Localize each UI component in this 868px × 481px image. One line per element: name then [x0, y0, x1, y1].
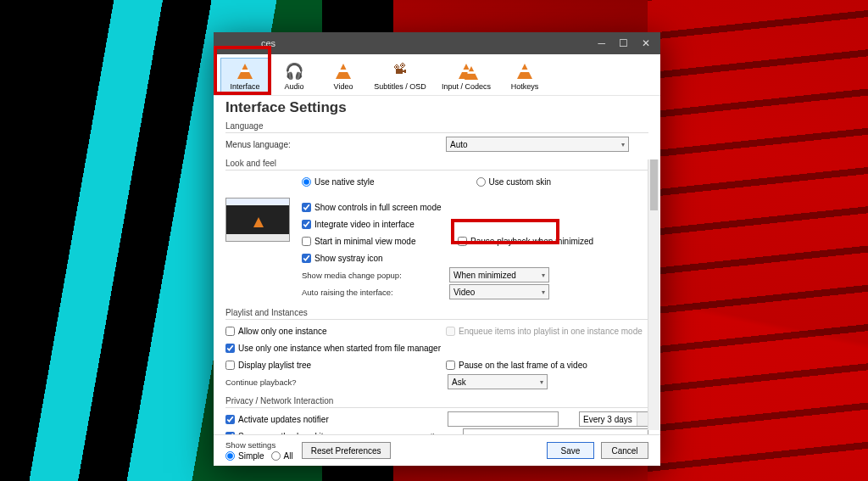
checkbox-playlist-tree[interactable]: Display playlist tree	[225, 361, 420, 370]
tab-subtitles[interactable]: 📽 Subtitles / OSD	[368, 58, 432, 93]
group-language: Language	[225, 120, 648, 133]
checkbox-systray[interactable]: Show systray icon	[302, 254, 383, 263]
cancel-button[interactable]: Cancel	[601, 442, 648, 459]
tab-hotkeys[interactable]: Hotkeys	[500, 58, 549, 93]
minimize-icon[interactable]: ─	[598, 37, 605, 49]
scrollbar[interactable]	[648, 159, 659, 430]
continue-select[interactable]: Ask	[448, 374, 548, 389]
checkbox-one-instance[interactable]: Allow only one instance	[225, 327, 420, 336]
checkbox-fullscreen-controls[interactable]: Show controls in full screen mode	[302, 203, 442, 212]
preferences-window: ces ─ ☐ ✕ Interface 🎧 Audio Video 📽 Subt…	[214, 32, 660, 466]
footer: Show settings Simple All Reset Preferenc…	[214, 434, 660, 466]
updates-path-input[interactable]	[448, 411, 559, 427]
popup-select[interactable]: When minimized	[449, 267, 549, 282]
popup-label: Show media change popup:	[302, 271, 449, 280]
annotation-pause-minimized	[451, 219, 559, 244]
radio-simple[interactable]: Simple	[225, 451, 264, 461]
tab-input-codecs[interactable]: Input / Codecs	[432, 58, 500, 93]
tab-audio[interactable]: 🎧 Audio	[270, 58, 319, 93]
tab-video[interactable]: Video	[319, 58, 368, 93]
checkbox-updates[interactable]: Activate updates notifier	[225, 415, 431, 424]
radio-native-style[interactable]: Use native style	[302, 177, 375, 187]
show-settings-label: Show settings	[225, 440, 293, 450]
category-tabs: Interface 🎧 Audio Video 📽 Subtitles / OS…	[214, 54, 660, 96]
settings-scroll[interactable]: Language Menus language: Auto Look and f…	[214, 120, 660, 434]
filter-input[interactable]	[463, 428, 648, 434]
checkbox-minimal-view[interactable]: Start in minimal view mode	[302, 237, 427, 246]
save-button[interactable]: Save	[547, 442, 594, 459]
reset-preferences-button[interactable]: Reset Preferences	[302, 442, 391, 459]
titlebar: ces ─ ☐ ✕	[214, 32, 660, 54]
page-title: Interface Settings	[214, 96, 660, 120]
radio-all[interactable]: All	[271, 451, 293, 461]
menus-language-label: Menus language:	[225, 140, 446, 149]
checkbox-integrate-video[interactable]: Integrate video in interface	[302, 220, 415, 229]
maximize-icon[interactable]: ☐	[619, 37, 628, 49]
annotation-interface-tab	[214, 46, 271, 95]
window-title: ces	[219, 38, 598, 48]
group-privacy: Privacy / Network Interaction	[225, 394, 648, 408]
checkbox-one-from-fm[interactable]: Use only one instance when started from …	[225, 344, 441, 353]
group-look: Look and feel	[225, 157, 648, 171]
continue-label: Continue playback?	[225, 378, 448, 387]
checkbox-enqueue: Enqueue items into playlist in one insta…	[446, 327, 643, 336]
raise-label: Auto raising the interface:	[302, 288, 449, 297]
close-icon[interactable]: ✕	[642, 37, 650, 49]
preview-thumbnail	[225, 198, 290, 242]
raise-select[interactable]: Video	[449, 284, 549, 299]
checkbox-pause-last-frame[interactable]: Pause on the last frame of a video	[446, 361, 587, 370]
updates-frequency-spinner[interactable]: Every 3 days	[579, 411, 648, 427]
group-playlist: Playlist and Instances	[225, 306, 648, 320]
menus-language-select[interactable]: Auto	[446, 137, 629, 152]
radio-custom-skin[interactable]: Use custom skin	[476, 177, 551, 187]
